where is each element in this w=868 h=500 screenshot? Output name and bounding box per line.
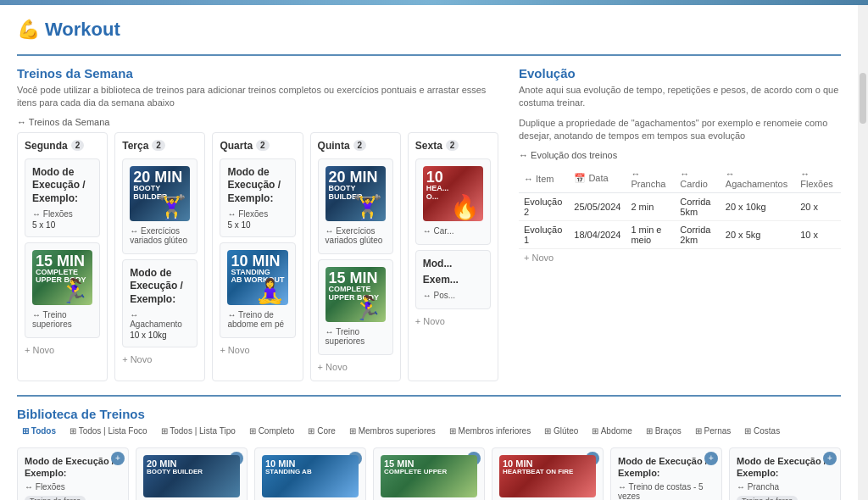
terca-card-1-prop: ↔ Exercícios variados glúteo (130, 226, 190, 245)
day-segunda-name: Segunda (25, 140, 68, 152)
evo-col-data: 📅 Data (569, 165, 626, 193)
quinta-thumb-1-figure: 🏋️‍♀️ (353, 193, 382, 221)
title-emoji: 💪 (17, 19, 40, 41)
quarta-thumb: 10 MIN STANDING AB WORKOUT 🧘‍♀️ (227, 250, 287, 305)
lib-card-7: + Modo de Execução / Exemplo: ↔ Prancha … (729, 447, 841, 500)
filter-bracos[interactable]: ⊞ Braços (641, 425, 687, 437)
terca-add-btn[interactable]: + Novo (122, 353, 198, 366)
segunda-card-1: Modo de Execução / Exemplo: ↔ Flexões 5 … (25, 158, 100, 237)
treinos-semana-section: Treinos da Semana Você pode utilizar a b… (17, 66, 498, 381)
terca-card-2-prop: ↔ Agachamento (130, 310, 190, 329)
day-terca-name: Terça (122, 140, 148, 152)
segunda-add-btn[interactable]: + Novo (25, 343, 100, 357)
terca-card-2-title: Modo de Execução / Exemplo: (130, 267, 190, 307)
evo-row-1-item: Evolução 2 (519, 192, 569, 220)
library-grid: + Modo de Execução / Exemplo: ↔ Flexões … (17, 447, 841, 500)
quarta-thumb-figure: 🧘‍♀️ (255, 277, 285, 305)
sexta-add-btn[interactable]: + Novo (415, 314, 491, 328)
lib-card-7-tag-1: Treino de força (737, 496, 798, 500)
evo-row-1-agach: 20 x 10kg (721, 192, 795, 220)
evo-col-cardio: ↔ Cardio (675, 165, 720, 193)
quarta-card-1-prop: ↔ Flexões (227, 209, 287, 219)
sexta-card-2: Mod... Exem... ↔ Pos... (415, 250, 491, 309)
filter-core[interactable]: ⊞ Core (303, 425, 340, 437)
day-quinta: Quinta 2 20 MIN BOOTY BUILDER 🏋️‍♀️ (310, 132, 401, 381)
day-segunda-header: Segunda 2 (25, 140, 100, 152)
day-quarta-header: Quarta 2 (220, 140, 295, 152)
quinta-add-btn[interactable]: + Novo (318, 360, 393, 374)
quinta-thumb-2: 15 MIN COMPLETE UPPER BODY 🏃‍♀️ (326, 267, 386, 322)
evo-row-2-prancha: 1 min e meio (626, 220, 675, 248)
filter-tabs: ⊞ Todos ⊞ Todos | Lista Foco ⊞ Todos | L… (17, 425, 841, 437)
sexta-card-1-prop: ↔ Car... (423, 226, 483, 236)
filter-membros-inf[interactable]: ⊞ Membros inferiores (444, 425, 536, 437)
day-sexta-header: Sexta 2 (415, 140, 491, 152)
filter-todos-foco[interactable]: ⊞ Todos | Lista Foco (64, 425, 153, 437)
sexta-thumb-1-text: 10 HEA... O... (426, 169, 449, 202)
lib-card-3-thumb: 10 MIN STANDING AB (262, 455, 359, 497)
segunda-thumb: 15 MIN COMPLETE UPPER BODY 🏃‍♀️ (32, 250, 92, 305)
segunda-card-1-val: 5 x 10 (32, 220, 92, 230)
day-terca-header: Terça 2 (122, 140, 198, 152)
day-sexta-count: 2 (446, 140, 459, 151)
biblioteca-title: Biblioteca de Treinos (17, 407, 841, 421)
filter-abdome[interactable]: ⊞ Abdome (587, 425, 637, 437)
lib-card-5-thumb-text: 10 MIN HEARTBEAT ON FIRE (503, 458, 573, 476)
biblioteca-section: Biblioteca de Treinos ⊞ Todos ⊞ Todos | … (17, 407, 841, 500)
evolucao-section: Evolução Anote aqui sua evolução de temp… (519, 66, 841, 381)
week-grid: Segunda 2 Modo de Execução / Exemplo: ↔ … (17, 132, 498, 381)
treinos-prop-label: ↔ Treinos da Semana (17, 117, 498, 127)
lib-card-7-plus[interactable]: + (823, 452, 837, 465)
filter-membros-sup[interactable]: ⊞ Membros superiores (344, 425, 441, 437)
sexta-thumb-1-figure: 🔥 (450, 193, 480, 221)
evo-row-1: Evolução 2 25/05/2024 2 min Corrida 5km … (519, 192, 841, 220)
evo-row-1-prancha: 2 min (626, 192, 675, 220)
filter-costas[interactable]: ⊞ Costas (739, 425, 785, 437)
day-quinta-name: Quinta (318, 140, 350, 152)
quarta-card-1-title: Modo de Execução / Exemplo: (227, 166, 287, 206)
lib-card-6: + Modo de Execução / Exemplo: ↔ Treino d… (610, 447, 722, 500)
lib-card-1-plus[interactable]: + (111, 452, 125, 465)
page-container: 💪 Workout Treinos da Semana Você pode ut… (0, 5, 868, 500)
evo-row-2-cardio: Corrida 2km (675, 220, 720, 248)
filter-todos-tipo[interactable]: ⊞ Todos | Lista Tipo (156, 425, 241, 437)
lib-card-1: + Modo de Execução / Exemplo: ↔ Flexões … (17, 447, 129, 500)
filter-gluteo[interactable]: ⊞ Glúteo (539, 425, 583, 437)
lib-card-6-prop: ↔ Treino de costas - 5 vezes (618, 482, 715, 500)
segunda-card-1-prop: ↔ Flexões (32, 209, 92, 219)
terca-card-2-val: 10 x 10kg (130, 331, 190, 340)
day-quarta-count: 2 (256, 140, 270, 151)
day-segunda-count: 2 (71, 140, 85, 151)
lib-card-5: + 10 MIN HEARTBEAT ON FIRE ↔ Cardio 10mi… (492, 447, 604, 500)
quinta-thumb-2-figure: 🏃‍♀️ (353, 294, 382, 322)
evo-col-item: ↔ Item (519, 165, 569, 193)
evo-row-1-cardio: Corrida 5km (675, 192, 720, 220)
quinta-card-1-prop: ↔ Exercícios variados glúteo (326, 226, 386, 245)
sexta-thumb-1: 10 HEA... O... 🔥 (423, 166, 483, 221)
treinos-semana-subtitle: Você pode utilizar a biblioteca de trein… (17, 84, 498, 110)
lib-card-1-title: Modo de Execução / Exemplo: (25, 455, 121, 480)
lib-card-6-plus[interactable]: + (704, 452, 718, 465)
segunda-card-2-prop: ↔ Treino superiores (32, 310, 92, 329)
filter-pernas[interactable]: ⊞ Pernas (690, 425, 736, 437)
evo-row-2-flex: 10 x (795, 220, 841, 248)
filter-todos[interactable]: ⊞ Todos (17, 425, 61, 437)
day-quarta-name: Quarta (220, 140, 253, 152)
quarta-add-btn[interactable]: + Novo (220, 343, 295, 357)
treinos-semana-title: Treinos da Semana (17, 66, 498, 81)
sexta-card-2-prop: ↔ Pos... (423, 291, 483, 300)
scrollbar-thumb[interactable] (860, 73, 866, 124)
lib-card-1-prop: ↔ Flexões (25, 482, 121, 492)
lib-card-3: + 10 MIN STANDING AB ↔ Treino de abdome … (254, 447, 366, 500)
sexta-card-1: 10 HEA... O... 🔥 ↔ Car... (415, 158, 491, 245)
evo-add-btn[interactable]: + Novo (519, 249, 841, 266)
day-terca: Terça 2 20 MIN BOOTY BUILDER 🏋️‍♀️ (114, 132, 205, 381)
title-text: Workout (45, 19, 120, 41)
segunda-thumb-figure: 🏃‍♀️ (59, 277, 89, 305)
evolucao-subtitle2: Duplique a propriedade de "agachamentos"… (519, 117, 841, 143)
segunda-card-1-title: Modo de Execução / Exemplo: (32, 166, 92, 206)
bottom-divider (17, 395, 841, 397)
lib-card-3-thumb-text: 10 MIN STANDING AB (265, 458, 312, 476)
filter-completo[interactable]: ⊞ Completo (244, 425, 300, 437)
evo-row-2-item: Evolução 1 (519, 220, 569, 248)
